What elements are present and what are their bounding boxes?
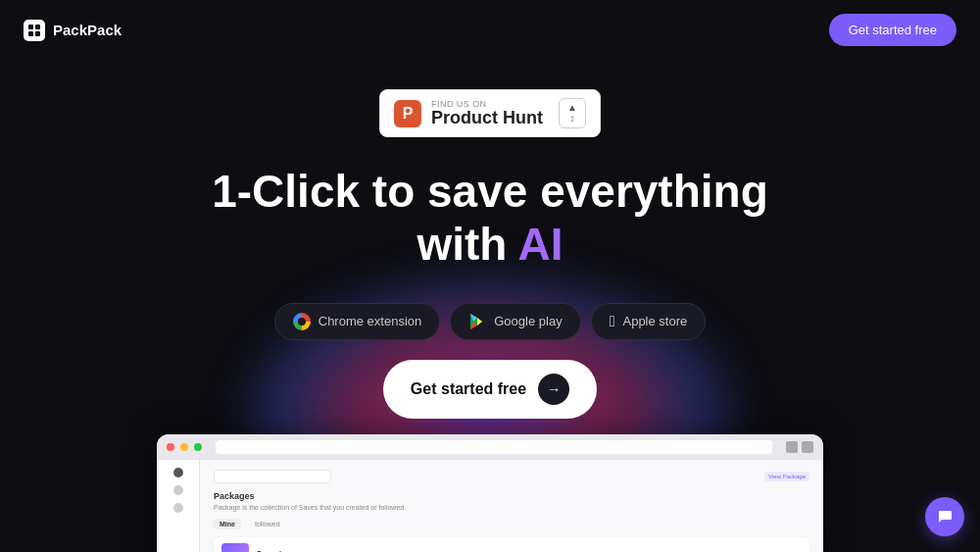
app-card-thumbnail [221,543,249,552]
browser-ext-icon-2 [802,441,813,453]
google-play-icon [468,313,486,330]
nav-cta-button[interactable]: Get started free [829,14,956,46]
app-body: View Package Packages Package is the col… [157,460,823,552]
google-play-button[interactable]: Google play [450,303,580,340]
svg-rect-2 [28,31,33,36]
chrome-maximize-dot [194,443,202,451]
logo-text: PackPack [53,22,122,38]
sidebar-icon-2 [173,485,183,495]
apple-store-button[interactable]:  Apple store [591,303,707,340]
chat-support-button[interactable] [925,497,964,536]
navbar: PackPack Get started free [0,0,980,60]
product-hunt-name: Product Hunt [431,109,543,128]
headline-line2: with [416,219,517,270]
product-hunt-text: FIND US ON Product Hunt [431,99,543,128]
app-section-sub: Package is the collection of Saves that … [214,504,809,511]
tab-followed[interactable]: followed [249,519,286,529]
platform-buttons: Chrome extension Google play  Apple sto… [274,303,707,340]
browser-extensions [786,441,813,453]
chrome-close-dot [167,443,174,451]
app-sidebar [157,460,200,552]
cta-label: Get started free [411,380,526,398]
browser-chrome-bar [157,434,823,460]
logo-icon [24,20,45,41]
tab-mine[interactable]: Mine [214,519,241,529]
chat-icon [935,507,955,527]
hero-section: P FIND US ON Product Hunt ▲ ↕ 1-Click to… [0,60,980,419]
headline-ai: AI [518,219,564,270]
svg-rect-3 [35,31,40,36]
chrome-label: Chrome extension [318,314,422,328]
gplay-label: Google play [494,314,562,328]
chrome-icon [293,313,311,330]
upvote-arrow-icon: ▲ [567,103,577,113]
product-hunt-upvote[interactable]: ▲ ↕ [559,98,586,128]
headline-line1: 1-Click to save everything [212,166,768,217]
apple-label: Apple store [622,314,687,328]
svg-rect-0 [28,25,33,29]
app-main-content: View Package Packages Package is the col… [200,460,823,552]
product-hunt-logo: P [394,100,421,127]
app-card-item[interactable]: Example saves 12 Saves [214,537,809,552]
main-cta-button[interactable]: Get started free → [383,360,597,419]
app-action-buttons: View Package [764,472,809,481]
sidebar-icon-1 [173,468,183,477]
apple-icon:  [610,313,615,330]
sidebar-icon-3 [173,503,183,513]
logo[interactable]: PackPack [24,20,122,41]
app-screenshot-preview: View Package Packages Package is the col… [157,434,823,552]
browser-ext-icon [786,441,798,453]
svg-rect-1 [35,25,40,29]
chrome-extension-button[interactable]: Chrome extension [274,303,441,340]
svg-marker-7 [477,318,482,326]
app-section-title: Packages [214,491,809,501]
upvote-count: ↕ [570,113,575,124]
hero-headline: 1-Click to save everything with AI [212,165,768,272]
app-tabs: Mine followed [214,519,809,529]
cta-arrow-icon: → [538,374,569,405]
product-hunt-badge[interactable]: P FIND US ON Product Hunt ▲ ↕ [379,89,601,137]
browser-address-bar [216,440,772,454]
app-search-input[interactable] [214,470,331,483]
view-package-button[interactable]: View Package [764,472,809,481]
app-top-bar: View Package [214,470,809,483]
chrome-minimize-dot [180,443,188,451]
